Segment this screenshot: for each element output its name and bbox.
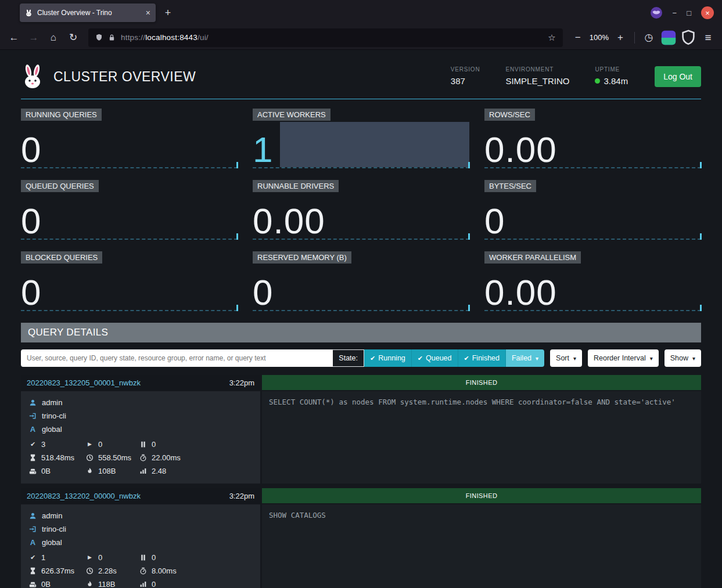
stat-label: BLOCKED QUERIES — [21, 251, 102, 264]
window-close-button[interactable]: × — [701, 6, 714, 19]
zoom-level[interactable]: 100% — [590, 33, 609, 42]
flame-icon — [86, 467, 94, 475]
environment-label: ENVIRONMENT — [505, 66, 569, 73]
play-icon: ▶ — [86, 555, 94, 560]
restore-button[interactable]: □ — [687, 9, 691, 17]
stat-value: 0 — [21, 204, 41, 239]
minimize-button[interactable]: − — [673, 9, 677, 17]
history-icon[interactable]: ◷ — [640, 29, 658, 46]
new-tab-button[interactable]: + — [159, 4, 177, 21]
sparkline-tick — [700, 305, 702, 311]
lock-icon[interactable] — [108, 34, 116, 41]
privacy-shield-icon[interactable] — [679, 29, 698, 46]
stat-label: RUNNABLE DRIVERS — [253, 180, 339, 192]
query-meta-panel: admin trino-cli A global ✔3 ▶0 0 518.48m… — [21, 391, 260, 484]
url-bar[interactable]: https://localhost:8443/ui/ ☆ — [88, 28, 563, 47]
query-id-link[interactable]: 20220823_132205_00001_nwbzk — [27, 378, 141, 387]
stat-card-queued-queries: QUEUED QUERIES 0 — [21, 180, 238, 240]
timer-icon — [139, 454, 147, 461]
query-details-header: QUERY DETAILS — [21, 323, 701, 342]
sparkline-chart — [280, 265, 469, 310]
stat-label: RESERVED MEMORY (B) — [253, 251, 351, 264]
sparkline-chart — [332, 193, 469, 239]
query-card: 20220823_132202_00000_nwbzk 3:22pm FINIS… — [21, 488, 701, 588]
browser-tab[interactable]: Cluster Overview - Trino × — [20, 3, 156, 22]
state-filter-failed-label: Failed — [512, 354, 531, 362]
zoom-out-button[interactable]: − — [569, 29, 587, 46]
stat-card-active-workers: ACTIVE WORKERS 1 — [253, 109, 469, 168]
url-protocol: https:// — [121, 33, 145, 42]
reorder-interval-dropdown[interactable]: Reorder Interval ▾ — [588, 349, 659, 367]
query-stats-grid: ✔3 ▶0 0 518.48ms 558.50ms 22.00ms 0B 108… — [29, 438, 260, 478]
stat-value: 0.00 — [253, 204, 325, 239]
uptime-status-dot — [595, 78, 600, 84]
state-filter-running[interactable]: ✔ Running — [364, 349, 412, 367]
wall-time: 626.37ms — [41, 567, 74, 575]
uptime-block: UPTIME 3.84m — [595, 66, 628, 86]
toolbar-divider — [634, 32, 635, 44]
query-filter-input[interactable] — [21, 349, 333, 367]
version-block: VERSION 387 — [451, 66, 480, 86]
back-button[interactable]: ← — [5, 29, 23, 46]
environment-block: ENVIRONMENT SIMPLE_TRINO — [505, 66, 569, 86]
tab-title: Cluster Overview - Trino — [37, 9, 141, 17]
reload-button[interactable]: ↻ — [64, 29, 82, 46]
sparkline-tick — [700, 233, 702, 240]
sparkline-chart — [48, 193, 238, 239]
browser-nav-bar: ← → ⌂ ↻ https://localhost:8443/ui/ ☆ − 1… — [0, 26, 722, 50]
stat-card-running-queries: RUNNING QUERIES 0 — [21, 109, 238, 168]
query-time: 3:22pm — [229, 378, 254, 387]
tab-close-icon[interactable]: × — [146, 8, 150, 17]
tracking-shield-icon[interactable] — [95, 34, 103, 41]
menu-button[interactable]: ≡ — [699, 29, 717, 46]
stat-value: 0 — [21, 276, 41, 310]
url-text: https://localhost:8443/ui/ — [121, 33, 209, 42]
logout-button[interactable]: Log Out — [655, 66, 701, 87]
timer-icon — [139, 567, 147, 575]
sparkline-tick — [236, 162, 238, 168]
extension-icon[interactable] — [659, 29, 678, 46]
query-id-link[interactable]: 20220823_132202_00000_nwbzk — [27, 492, 141, 500]
show-dropdown[interactable]: Show ▾ — [664, 349, 701, 367]
parallelism-icon — [139, 467, 147, 475]
sparkline-chart — [48, 265, 238, 310]
hourglass-icon — [29, 454, 37, 461]
sort-dropdown[interactable]: Sort ▾ — [550, 349, 582, 367]
sparkline-chart — [48, 122, 238, 167]
query-sql-text: SHOW CATALOGS — [262, 504, 701, 588]
stat-label: ROWS/SEC — [484, 109, 535, 121]
state-filter-finished[interactable]: ✔ Finished — [458, 349, 506, 367]
stat-card-runnable-drivers: RUNNABLE DRIVERS 0.00 — [253, 180, 469, 240]
splits-running: 0 — [98, 440, 102, 449]
version-value: 387 — [451, 76, 480, 86]
home-button[interactable]: ⌂ — [44, 29, 63, 46]
splits-queued: 0 — [152, 440, 156, 449]
sparkline-chart — [280, 122, 469, 167]
sparkline-tick — [236, 233, 238, 240]
check-icon: ✔ — [418, 355, 423, 362]
stat-label: WORKER PARALLELISM — [484, 251, 581, 264]
state-filter-failed-dropdown[interactable]: Failed ▾ — [506, 349, 544, 367]
stats-grid: RUNNING QUERIES 0 ACTIVE WORKERS 1 ROWS/… — [21, 109, 701, 311]
stat-card-bytes-sec: BYTES/SEC 0 — [484, 180, 701, 240]
sort-label: Sort — [556, 354, 569, 362]
bookmark-star-icon[interactable]: ☆ — [548, 33, 555, 43]
forward-button[interactable]: → — [24, 29, 43, 46]
zoom-in-button[interactable]: + — [611, 29, 630, 46]
query-resource-group: global — [42, 538, 62, 547]
chevron-down-icon: ▾ — [573, 355, 576, 362]
state-filter-label: State: — [333, 349, 364, 367]
stat-value: 0.00 — [484, 133, 557, 167]
parallelism-icon — [139, 580, 147, 588]
flame-icon — [86, 580, 94, 588]
state-filter-queued-label: Queued — [426, 354, 451, 362]
stat-card-worker-parallelism: WORKER PARALLELISM 0.00 — [484, 251, 701, 311]
theme-avatar-icon[interactable] — [650, 6, 663, 19]
version-label: VERSION — [451, 66, 480, 73]
trino-logo — [21, 64, 44, 89]
query-resource-group: global — [42, 425, 62, 434]
sparkline-tick — [468, 233, 470, 240]
query-filter-toolbar: State: ✔ Running ✔ Queued ✔ Finished Fai… — [21, 349, 701, 367]
state-filter-queued[interactable]: ✔ Queued — [412, 349, 458, 367]
query-resource-group-row: A global — [29, 423, 260, 436]
